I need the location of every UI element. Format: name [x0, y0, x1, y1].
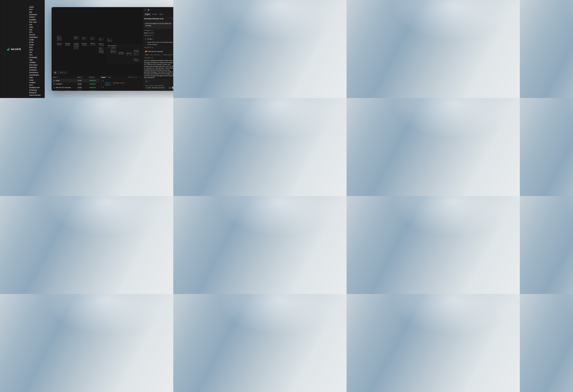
inline-code: subtype === 'bot_message'	[146, 67, 165, 69]
more-icon[interactable]: ⋯	[138, 76, 139, 78]
canvas-block-skip-if-on-duty-user[interactable]: Skip if On-Duty UserIf(() => { const onD…	[111, 51, 116, 54]
run-id[interactable]: cbd63b10	[89, 90, 96, 91]
json-line: 2 "result": "nothing to do",	[99, 82, 125, 84]
column-header-block[interactable]: Block	[53, 76, 58, 79]
package-icon	[146, 87, 147, 88]
tool-read-line[interactable]: Read reminders	[144, 32, 154, 34]
tab-input[interactable]: Input	[108, 76, 111, 78]
column-header-status[interactable]: Status	[77, 76, 83, 79]
canvas-block-read-messages-24hr[interactable]: Read messages 24hrOperationRead Messages…	[73, 43, 79, 50]
block-row: Error	[99, 46, 104, 46]
canvas-note-end[interactable]: EndNothing to do. All messages are addre…	[99, 38, 104, 41]
tab-copilot[interactable]: Copilot	[144, 13, 151, 16]
canvas-block-empty-1[interactable]: </>empty-1LanguageJavaScriptCodereturn '…	[134, 58, 139, 62]
loop-start-chip[interactable]: Start	[108, 47, 110, 48]
filter-icon[interactable]	[82, 77, 83, 78]
note-body: Formats time for Slack - 2 hour window	[82, 38, 87, 39]
attach-image-icon[interactable]	[169, 87, 171, 89]
download-icon[interactable]	[133, 77, 134, 78]
chat-history-icon[interactable]	[147, 9, 150, 11]
branch-icon	[53, 83, 55, 85]
note-title: Get User (optional)	[99, 48, 104, 49]
table-row-condition-1[interactable]: Condition 1Infocbd63b10	[52, 82, 99, 86]
send-button[interactable]	[172, 86, 173, 89]
logo-text: sim (v0.5)	[11, 48, 21, 51]
trash-icon[interactable]	[135, 77, 137, 78]
block-header: </>empty	[99, 43, 104, 44]
canvas-block-write-message[interactable]: ✦Write messageMessages# Task Return a su…	[134, 50, 139, 56]
block-header: </>empty-1	[134, 59, 139, 60]
logo: sim (v0.5)	[7, 48, 21, 51]
sidebar-item-notifications: notifications	[29, 36, 41, 38]
block-header: </>Validate Thread TS	[119, 52, 124, 53]
undo-icon[interactable]: ↺	[60, 72, 61, 73]
tool-call-card[interactable]: </> Filter last 2hr unreacted Code: cons…	[144, 50, 173, 56]
canvas-note-2-hours[interactable]: 2 HoursFormats time for Slack - 2 hour w…	[82, 37, 87, 40]
thought-label[interactable]: Thought for 1s	[144, 57, 153, 59]
thought-label[interactable]: Thought for 1s	[144, 30, 153, 31]
tab-editor[interactable]: Editor	[158, 13, 164, 16]
canvas-block-get-on-duty-user[interactable]: </>Get On-Duty UserLanguageJavaScriptCod…	[99, 51, 104, 54]
run-id[interactable]: cbd63b10	[89, 87, 96, 88]
chevron-down-icon[interactable]: ⌄	[140, 76, 142, 78]
chevron-down-icon[interactable]: ⌄	[57, 72, 58, 73]
run-id[interactable]: cbd63b10	[89, 83, 96, 85]
copilot-input[interactable]: @ / Plan, search, build anything Build A…	[144, 79, 173, 90]
canvas-note-overview[interactable]: OverviewEvery 30 minutes, run a workflow…	[57, 36, 62, 40]
canvas-note-loop[interactable]: LoopLoop over each unreacted message and…	[107, 38, 112, 42]
build-mode-button[interactable]: Build	[145, 86, 152, 89]
code-icon: </>	[53, 86, 55, 89]
canvas-note-read-messages[interactable]: Read MessagesRead all messages in #help-…	[73, 36, 79, 40]
sidebar-item-loops: Loops	[29, 79, 41, 81]
new-chat-button[interactable]: +	[172, 18, 173, 20]
status-badge: Info	[77, 83, 82, 85]
redo-icon[interactable]: ↻	[62, 72, 63, 73]
note-title: Read Messages	[74, 37, 78, 38]
canvas-block-every-30-minutes[interactable]: Every 30 minutesRun FrequencyEvery X Min…	[57, 43, 62, 46]
model-selector-button[interactable]: A\ Claude 4.5 Sonnet	[151, 86, 165, 89]
table-row-read-messages-24hr[interactable]: Read messages 24hrInfocbd63b10	[52, 89, 99, 91]
table-row-filter-last-2hr-unreacted[interactable]: </>Filter last 2hr unreactedInfocbd63b10	[52, 86, 99, 89]
sidebar-item-templates: templates	[29, 18, 41, 21]
note-title: Overview	[57, 36, 62, 37]
tab-toolbar[interactable]: Toolbar	[151, 13, 158, 16]
tab-output[interactable]: Output	[101, 76, 106, 78]
error-tag	[104, 53, 104, 54]
canvas-note-create-message[interactable]: Create MessageWrite content for the Slac…	[111, 46, 116, 50]
planned-label[interactable]: Planned for 1s	[144, 35, 153, 36]
canvas-note-filter[interactable]: FilterFilter to find Slack messages with…	[90, 37, 95, 40]
run-id[interactable]: cbd63b10	[89, 80, 96, 81]
status-badge: Info	[77, 79, 82, 82]
note-title: Create Message	[111, 47, 116, 48]
status-badge: Info	[77, 90, 82, 91]
note-body: Read all messages in #help-tickets. Defa…	[74, 38, 78, 40]
filter-icon[interactable]	[57, 77, 58, 78]
canvas-block-check-valid-ts[interactable]: Check Valid TSIf !== nullElse-Error	[126, 52, 132, 56]
slash-command-button[interactable]: /	[148, 80, 150, 82]
chat-title: Sim Studio Reminder Issue	[144, 18, 163, 19]
assistant-message: Done! I've updated the workflow to filte…	[144, 60, 173, 79]
mention-button[interactable]: @	[145, 80, 147, 82]
canvas-note-get-user[interactable]: Get User (optional)Find on duty user bas…	[99, 47, 104, 50]
json-line: 1{	[99, 80, 104, 82]
canvas-block-filter-last-2hr-unreacted[interactable]: </>Filter last 2hr unreactedLanguageJava…	[82, 43, 87, 46]
canvas-block-empty[interactable]: </>emptyLanguageJavaScriptCodereturn 'no…	[99, 43, 104, 46]
filter-icon[interactable]	[94, 77, 95, 78]
workflow-canvas[interactable]: ⟳ For Each Unreacted Message Start Overv…	[52, 7, 143, 76]
canvas-block-validate-thread-ts[interactable]: </>Validate Thread TSLanguageJavaScriptC…	[119, 52, 124, 55]
column-header-run-id[interactable]: Run ID	[89, 76, 95, 79]
canvas-block-24hr-timestamp[interactable]: </>24hr timestampLanguageJavaScriptCodec…	[65, 43, 70, 46]
fullscreen-icon[interactable]	[65, 72, 66, 73]
search-icon[interactable]	[128, 77, 130, 78]
block-row: Error	[65, 46, 70, 46]
more-options-button[interactable]: ⋯	[144, 9, 146, 11]
todos-count: 2	[153, 38, 153, 40]
block-name: Filter last 2hr unreacted	[56, 87, 71, 88]
table-row-empty[interactable]: </>emptyInfocbd63b10	[52, 79, 99, 83]
thought-label[interactable]: Thought for 1s	[144, 47, 153, 48]
branch-icon	[127, 53, 128, 53]
cursor-tool-button[interactable]	[54, 71, 57, 74]
copy-icon[interactable]	[130, 77, 132, 78]
error-tag	[139, 61, 139, 62]
canvas-block-condition-1[interactable]: Condition 1IfArray.isArray(Else-Error	[90, 43, 95, 46]
